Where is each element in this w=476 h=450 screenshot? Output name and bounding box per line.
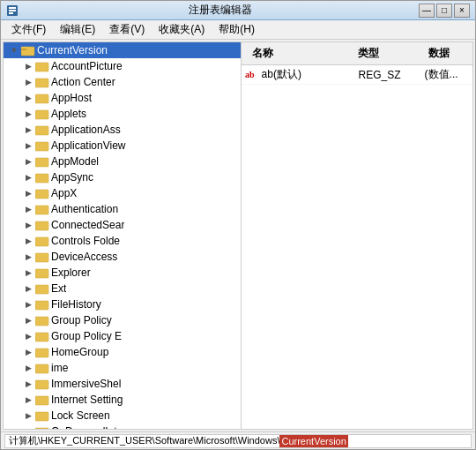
tree-item[interactable]: ▶ AppModel — [4, 154, 241, 169]
expander-icon[interactable]: ▶ — [21, 313, 35, 327]
expander-icon[interactable]: ▶ — [21, 281, 35, 296]
menu-file[interactable]: 文件(F) — [4, 20, 53, 39]
expander-icon[interactable]: ▶ — [21, 234, 35, 248]
maximize-button[interactable]: □ — [436, 4, 452, 18]
folder-icon — [35, 251, 49, 263]
svg-rect-26 — [35, 206, 48, 214]
expander-icon[interactable]: ▶ — [21, 424, 35, 429]
expander-icon[interactable]: ▶ — [21, 409, 35, 423]
window-controls: — □ × — [419, 4, 470, 18]
tree-item[interactable]: ▶ DeviceAccess — [4, 249, 241, 265]
svg-rect-52 — [35, 412, 48, 421]
expander-icon[interactable]: ▶ — [21, 91, 35, 105]
expander-icon[interactable]: ▶ — [21, 59, 35, 73]
tree-node-label: AppX — [51, 187, 77, 199]
values-panel: 名称 类型 数据 abab(默认)REG_SZ(数值... — [242, 42, 472, 429]
minimize-button[interactable]: — — [419, 4, 435, 18]
menu-help[interactable]: 帮助(H) — [212, 20, 262, 39]
tree-node-label: AppModel — [51, 155, 99, 168]
tree-item[interactable]: ▶ Lock Screen — [4, 408, 241, 424]
expander-icon[interactable]: ▶ — [21, 75, 35, 89]
tree-item[interactable]: ▶ Explorer — [4, 265, 241, 281]
expander-icon[interactable]: ▶ — [21, 361, 35, 375]
col-type: 类型 — [351, 44, 421, 63]
tree-item[interactable]: ▶ Internet Setting — [4, 392, 241, 408]
expander-icon[interactable]: ▶ — [21, 123, 35, 137]
tree-node-label: FileHistory — [51, 298, 101, 311]
tree-children: ▶ AccountPicture▶ Action Center▶ AppHost… — [4, 58, 241, 429]
folder-icon — [35, 378, 49, 390]
tree-node-label: Lock Screen — [51, 409, 110, 422]
tree-item[interactable]: ▶ Controls Folde — [4, 233, 241, 249]
tree-item[interactable]: ▶ ime — [4, 360, 241, 376]
svg-rect-36 — [35, 285, 48, 294]
tree-node-label: HomeGroup — [51, 346, 108, 358]
tree-panel: ▼ CurrentVersion ▶ AccountPicture▶ Actio… — [4, 42, 242, 429]
close-button[interactable]: × — [454, 4, 470, 18]
tree-item[interactable]: ▶ AppSync — [4, 169, 241, 185]
menu-edit[interactable]: 编辑(E) — [53, 20, 102, 39]
svg-rect-42 — [35, 333, 48, 341]
expander-icon[interactable]: ▶ — [21, 139, 35, 153]
menu-view[interactable]: 查看(V) — [102, 20, 152, 39]
tree-item[interactable]: ▶ Group Policy E — [4, 328, 241, 344]
svg-rect-12 — [35, 94, 48, 103]
folder-icon — [35, 203, 49, 215]
svg-rect-16 — [35, 126, 48, 135]
tree-node-label: Authentication — [51, 203, 118, 215]
tree-item[interactable]: ▶ ConnectedSear — [4, 217, 241, 233]
folder-icon — [35, 155, 49, 168]
expander-icon[interactable]: ▶ — [21, 107, 35, 121]
tree-item[interactable]: ▶ OnDemandInte — [4, 424, 241, 429]
expander-icon[interactable]: ▶ — [21, 377, 35, 391]
expander-icon[interactable]: ▶ — [21, 218, 35, 232]
tree-node-label: DeviceAccess — [51, 251, 117, 263]
folder-icon — [35, 171, 49, 184]
expander-icon[interactable]: ▶ — [21, 393, 35, 407]
menu-favorites[interactable]: 收藏夹(A) — [152, 20, 212, 39]
expander-icon[interactable]: ▶ — [21, 266, 35, 280]
tree-item[interactable]: ▶ HomeGroup — [4, 344, 241, 360]
expander-icon[interactable]: ▶ — [21, 345, 35, 359]
folder-icon — [35, 60, 49, 72]
registry-value-row[interactable]: abab(默认)REG_SZ(数值... — [242, 65, 472, 85]
svg-rect-44 — [35, 349, 48, 357]
tree-item[interactable]: ▶ AppX — [4, 185, 241, 201]
folder-icon — [35, 298, 49, 311]
expander-icon[interactable]: ▶ — [21, 154, 35, 169]
folder-icon — [35, 124, 49, 136]
expander-icon[interactable]: ▶ — [21, 329, 35, 343]
col-data: 数据 — [421, 44, 469, 63]
folder-icon — [35, 235, 49, 247]
tree-node-label: Controls Folde — [51, 235, 120, 247]
tree-item[interactable]: ▶ ImmersiveShel — [4, 376, 241, 392]
folder-icon — [35, 362, 49, 374]
tree-item[interactable]: ▶ AppHost — [4, 90, 241, 106]
expander-icon[interactable]: ▶ — [21, 170, 35, 184]
expander-currentversion[interactable]: ▼ — [7, 43, 21, 57]
tree-item-currentversion[interactable]: ▼ CurrentVersion — [4, 42, 241, 58]
folder-icon — [35, 314, 49, 326]
svg-rect-20 — [35, 158, 48, 167]
svg-rect-8 — [35, 63, 48, 71]
tree-item[interactable]: ▶ Applets — [4, 106, 241, 122]
tree-item[interactable]: ▶ Authentication — [4, 201, 241, 217]
tree-item[interactable]: ▶ ApplicationView — [4, 138, 241, 154]
tree-item[interactable]: ▶ ApplicationAss — [4, 122, 241, 138]
expander-icon[interactable]: ▶ — [21, 250, 35, 264]
tree-item[interactable]: ▶ Action Center — [4, 74, 241, 90]
tree-item[interactable]: ▶ Group Policy — [4, 312, 241, 328]
tree-item[interactable]: ▶ FileHistory — [4, 296, 241, 312]
tree-item[interactable]: ▶ AccountPicture — [4, 58, 241, 74]
svg-rect-30 — [35, 237, 48, 246]
svg-rect-3 — [9, 12, 13, 14]
expander-icon[interactable]: ▶ — [21, 186, 35, 200]
tree-scroll[interactable]: ▼ CurrentVersion ▶ AccountPicture▶ Actio… — [4, 42, 241, 429]
svg-rect-40 — [35, 317, 48, 326]
folder-icon — [35, 187, 49, 199]
expander-icon[interactable]: ▶ — [21, 297, 35, 311]
value-name: ab(默认) — [258, 67, 355, 82]
tree-item[interactable]: ▶ Ext — [4, 281, 241, 296]
expander-icon[interactable]: ▶ — [21, 202, 35, 216]
value-type-icon: ab — [245, 70, 255, 79]
